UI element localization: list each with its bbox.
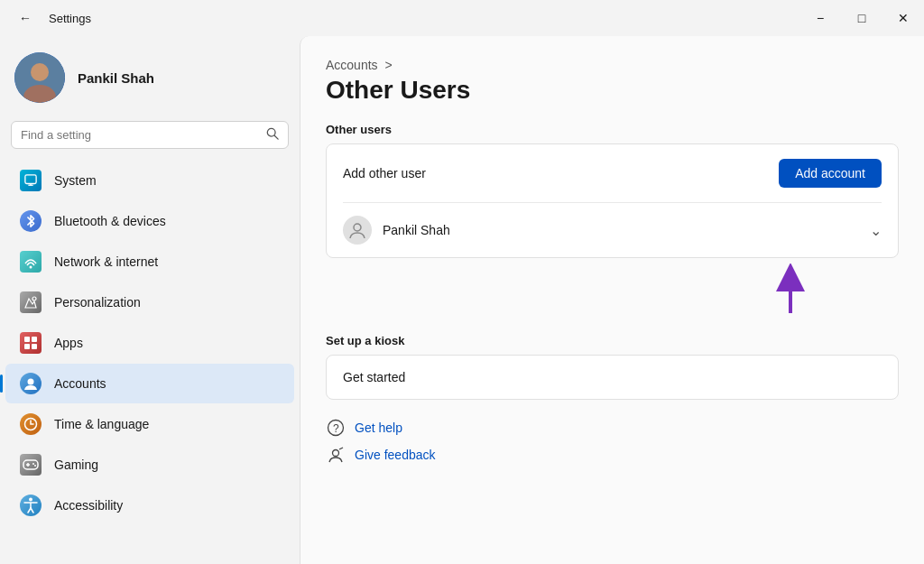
breadcrumb-separator: > <box>385 58 393 72</box>
arrow-annotation <box>326 265 899 319</box>
accounts-icon <box>20 373 42 394</box>
add-other-user-label: Add other user <box>343 166 426 180</box>
sidebar-item-label-system: System <box>54 173 97 188</box>
sidebar-item-label-gaming: Gaming <box>54 458 98 472</box>
user-name: Pankil Shah <box>383 223 859 237</box>
svg-point-19 <box>32 463 34 465</box>
arrow-svg <box>741 264 813 318</box>
search-input[interactable] <box>21 128 259 142</box>
svg-rect-11 <box>32 337 37 342</box>
sidebar-item-label-accessibility: Accessibility <box>54 498 123 513</box>
apps-icon <box>20 332 42 354</box>
avatar-image <box>14 52 65 103</box>
svg-rect-5 <box>25 175 36 184</box>
give-feedback-link[interactable]: Give feedback <box>355 448 436 462</box>
other-users-card: Add other user Add account Pankil Shah ⌄ <box>326 143 899 258</box>
app-title: Settings <box>49 12 91 25</box>
svg-point-9 <box>32 297 36 300</box>
sidebar-item-bluetooth[interactable]: Bluetooth & devices <box>5 201 294 241</box>
sidebar: Pankil Shah System <box>0 36 300 564</box>
kiosk-label: Set up a kiosk <box>326 334 899 347</box>
svg-point-8 <box>30 266 32 269</box>
svg-rect-12 <box>24 344 30 349</box>
gaming-icon <box>20 454 42 476</box>
avatar-svg <box>14 52 65 103</box>
give-feedback-row[interactable]: Give feedback <box>326 445 899 465</box>
get-help-link[interactable]: Get help <box>355 421 402 435</box>
svg-rect-10 <box>24 337 30 342</box>
titlebar-left: ← Settings <box>11 4 91 32</box>
svg-point-1 <box>31 63 49 81</box>
svg-line-25 <box>31 508 33 513</box>
other-users-label: Other users <box>326 123 899 136</box>
help-icon: ? <box>326 418 346 438</box>
profile-name: Pankil Shah <box>78 70 154 86</box>
window-controls: − □ ✕ <box>799 4 924 32</box>
sidebar-item-personalization[interactable]: Personalization <box>5 282 294 322</box>
svg-line-24 <box>28 508 31 513</box>
user-row-pankil[interactable]: Pankil Shah ⌄ <box>327 203 898 257</box>
sidebar-item-system[interactable]: System <box>5 161 294 200</box>
accessibility-icon <box>20 495 42 516</box>
bluetooth-icon <box>20 210 42 232</box>
avatar <box>14 52 65 103</box>
links-section: ? Get help Give feedback <box>326 418 899 465</box>
sidebar-item-time[interactable]: Time & language <box>5 404 294 444</box>
search-icon <box>266 127 279 143</box>
svg-text:?: ? <box>333 422 339 435</box>
svg-line-4 <box>274 135 278 139</box>
svg-point-20 <box>34 465 36 467</box>
sidebar-item-network[interactable]: Network & internet <box>5 242 294 282</box>
main-content: Accounts > Other Users Other users Add o… <box>300 36 924 564</box>
back-button[interactable]: ← <box>11 4 40 32</box>
kiosk-card: Get started <box>326 355 899 400</box>
nav-list: System Bluetooth & devices Network & int… <box>0 160 300 526</box>
close-button[interactable]: ✕ <box>882 4 924 32</box>
svg-rect-16 <box>23 460 38 469</box>
sidebar-item-accounts[interactable]: Accounts <box>5 364 294 403</box>
svg-rect-13 <box>32 344 37 349</box>
svg-point-26 <box>354 224 361 231</box>
breadcrumb-parent: Accounts <box>326 58 378 72</box>
sidebar-item-label-time: Time & language <box>54 417 149 431</box>
personalization-icon <box>20 291 42 313</box>
minimize-button[interactable]: − <box>799 4 841 32</box>
get-started-row[interactable]: Get started <box>327 356 898 399</box>
svg-line-31 <box>339 448 343 449</box>
titlebar: ← Settings − □ ✕ <box>0 0 924 36</box>
add-account-button[interactable]: Add account <box>779 159 882 188</box>
sidebar-item-label-apps: Apps <box>54 336 83 350</box>
sidebar-item-apps[interactable]: Apps <box>5 323 294 363</box>
sidebar-item-gaming[interactable]: Gaming <box>5 445 294 485</box>
maximize-button[interactable]: □ <box>841 4 882 32</box>
sidebar-item-label-network: Network & internet <box>54 254 158 269</box>
search-box[interactable] <box>11 121 289 149</box>
get-started-label: Get started <box>343 370 405 384</box>
profile-section: Pankil Shah <box>0 43 300 117</box>
sidebar-item-label-bluetooth: Bluetooth & devices <box>54 214 166 228</box>
breadcrumb: Accounts > <box>326 58 899 72</box>
user-icon <box>343 216 372 245</box>
app-body: Pankil Shah System <box>0 36 924 564</box>
svg-point-30 <box>333 450 339 457</box>
network-icon <box>20 251 42 273</box>
svg-point-14 <box>28 379 34 385</box>
get-help-row[interactable]: ? Get help <box>326 418 899 438</box>
time-icon <box>20 413 42 435</box>
sidebar-item-accessibility[interactable]: Accessibility <box>5 485 294 525</box>
sidebar-item-label-personalization: Personalization <box>54 295 141 310</box>
feedback-icon <box>326 445 346 465</box>
chevron-down-icon: ⌄ <box>870 222 882 239</box>
page-title: Other Users <box>326 76 899 105</box>
add-other-user-row: Add other user Add account <box>327 144 898 202</box>
system-icon <box>20 170 42 191</box>
sidebar-item-label-accounts: Accounts <box>54 376 106 391</box>
svg-point-21 <box>29 498 32 502</box>
